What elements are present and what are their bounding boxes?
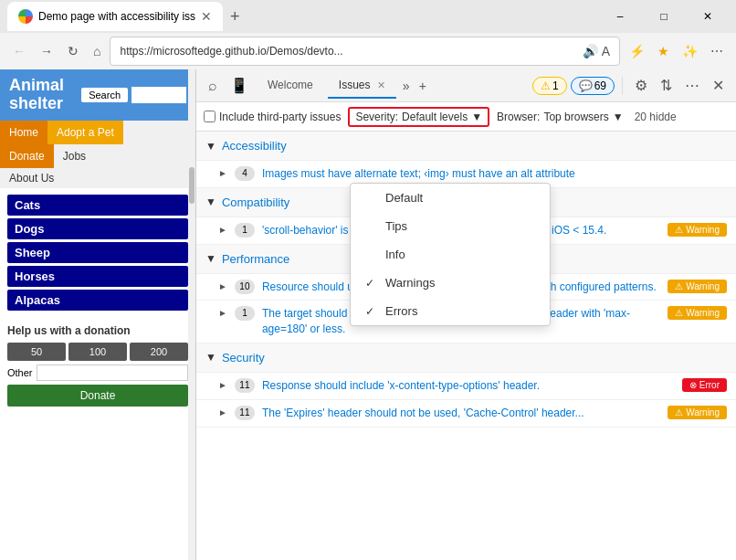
addr-icons: 🔊 A [583, 44, 610, 58]
section-title-security: Security [222, 351, 265, 365]
devtools-right-toolbar: ⚠ 1 💬 69 ⚙ ⇅ ⋯ ✕ [532, 74, 729, 97]
section-security: ▼ Security [196, 343, 736, 373]
section-title-accessibility: Accessibility [222, 139, 287, 153]
issue-text[interactable]: Images must have alternate text; ‹img› m… [262, 166, 727, 182]
error-badge-icon: ⊗ [689, 380, 697, 390]
issue-toggle-icon[interactable]: ► [218, 281, 227, 291]
url-bar[interactable]: https://microsoftedge.github.io/Demos/de… [110, 37, 620, 66]
issue-row: ► 11 The 'Expires' header should not be … [196, 400, 736, 428]
message-count-badge[interactable]: 💬 69 [571, 77, 615, 95]
tab-title: Demo page with accessibility iss [38, 10, 195, 23]
category-dogs[interactable]: Dogs [7, 218, 188, 239]
scrollbar-track[interactable] [188, 69, 195, 560]
section-toggle-compatibility[interactable]: ▼ [205, 195, 216, 208]
sync-icon[interactable]: ⇅ [656, 74, 677, 97]
site-categories: Cats Dogs Sheep Horses Alpacas [0, 188, 195, 317]
nav-donate[interactable]: Donate [0, 144, 54, 168]
issue-text[interactable]: Response should include 'x-content-type-… [262, 378, 675, 394]
warning-count-badge[interactable]: ⚠ 1 [532, 77, 567, 95]
inspect-icon[interactable]: ⌕ [204, 75, 222, 97]
third-party-filter[interactable]: Include third-party issues [204, 111, 341, 123]
nav-jobs[interactable]: Jobs [54, 144, 95, 168]
check-icon [365, 220, 378, 233]
more-tabs-button[interactable]: » [400, 76, 413, 96]
nav-adopt[interactable]: Adopt a Pet [47, 121, 123, 144]
category-cats[interactable]: Cats [7, 195, 188, 216]
donate-50[interactable]: 50 [7, 343, 66, 361]
other-input[interactable] [37, 365, 188, 381]
dropdown-item-errors[interactable]: ✓ Errors [351, 297, 550, 325]
settings-icon[interactable]: ⚙ [630, 74, 652, 97]
severity-dropdown[interactable]: Severity: Default levels ▼ [348, 107, 489, 127]
warning-badge-icon: ⚠ [675, 308, 683, 318]
donate-submit[interactable]: Donate [7, 385, 188, 407]
dropdown-item-warnings[interactable]: ✓ Warnings [351, 269, 550, 297]
nav-home[interactable]: Home [0, 121, 47, 144]
devtools-close-button[interactable]: ✕ [708, 74, 729, 97]
dropdown-item-info[interactable]: Info [351, 240, 550, 269]
devtools-panel: ⌕ 📱 Welcome Issues ✕ » + ⚠ 1 💬 [196, 69, 736, 560]
add-tab-button[interactable]: + [416, 76, 429, 96]
dropdown-item-tips[interactable]: Tips [351, 212, 550, 240]
favorites-icon[interactable]: ★ [652, 40, 675, 62]
warning-badge: ⚠ Warning [668, 223, 727, 237]
read-aloud-icon[interactable]: 🔊 [583, 44, 598, 58]
section-toggle-performance[interactable]: ▼ [205, 252, 216, 265]
search-input[interactable] [131, 87, 186, 103]
magic-icon[interactable]: ✨ [677, 40, 703, 62]
more-button[interactable]: ⋯ [705, 40, 729, 62]
site-nav: Home Adopt a Pet Donate Jobs About Us [0, 121, 195, 188]
browser-tab[interactable]: Demo page with accessibility iss ✕ [7, 2, 223, 31]
section-title-compatibility: Compatibility [222, 195, 289, 209]
site-header: Animal shelter Search [0, 69, 195, 121]
tab-issues-close[interactable]: ✕ [377, 79, 385, 90]
maximize-button[interactable]: □ [643, 2, 685, 31]
alert-icon[interactable]: ⚡ [624, 40, 650, 62]
site-donation: Help us with a donation 50 100 200 Other… [0, 317, 195, 414]
device-icon[interactable]: 📱 [226, 74, 253, 97]
issue-toggle-icon[interactable]: ► [218, 168, 227, 178]
warning-badge: ⚠ Warning [668, 406, 727, 419]
section-toggle-security[interactable]: ▼ [205, 351, 216, 364]
new-tab-button[interactable]: + [226, 4, 244, 30]
donate-200[interactable]: 200 [130, 343, 188, 361]
severity-dropdown-menu[interactable]: Default Tips Info ✓ Warnings ✓ Errors [350, 183, 551, 326]
donate-100[interactable]: 100 [68, 343, 127, 361]
home-button[interactable]: ⌂ [88, 40, 106, 62]
devtools-toolbar: ⌕ 📱 Welcome Issues ✕ » + ⚠ 1 💬 [196, 69, 736, 102]
issue-count: 10 [235, 280, 255, 294]
category-horses[interactable]: Horses [7, 266, 188, 287]
minimize-button[interactable]: – [599, 2, 641, 31]
scrollbar-thumb[interactable] [189, 167, 195, 204]
forward-button[interactable]: → [35, 40, 58, 62]
tab-welcome[interactable]: Welcome [257, 73, 324, 99]
issue-toggle-icon[interactable]: ► [218, 225, 227, 235]
window-controls: – □ ✕ [599, 2, 729, 31]
issue-toggle-icon[interactable]: ► [218, 380, 227, 390]
section-toggle-accessibility[interactable]: ▼ [205, 140, 216, 153]
refresh-button[interactable]: ↻ [62, 40, 84, 62]
tab-issues[interactable]: Issues ✕ [328, 73, 396, 99]
warning-badge: ⚠ Warning [668, 280, 727, 293]
message-icon: 💬 [579, 79, 593, 92]
back-button[interactable]: ← [7, 40, 31, 62]
browser-filter[interactable]: Browser: Top browsers ▼ [497, 111, 624, 123]
dropdown-item-default[interactable]: Default [351, 184, 550, 212]
issue-text[interactable]: The 'Expires' header should not be used,… [262, 406, 660, 421]
category-sheep[interactable]: Sheep [7, 242, 188, 263]
nav-row-2: Donate Jobs [0, 144, 195, 168]
more-options-button[interactable]: ⋯ [680, 74, 704, 97]
nav-row-1: Home Adopt a Pet [0, 121, 195, 144]
nav-about[interactable]: About Us [0, 168, 195, 188]
category-alpacas[interactable]: Alpacas [7, 290, 188, 311]
translate-icon[interactable]: A [602, 44, 610, 58]
tab-close-icon[interactable]: ✕ [201, 9, 212, 24]
third-party-checkbox[interactable] [204, 111, 216, 122]
issues-alert: ⚠ 1 💬 69 [532, 77, 615, 95]
issue-toggle-icon[interactable]: ► [218, 308, 227, 318]
search-button[interactable]: Search [81, 88, 128, 102]
site-logo: Animal shelter [9, 77, 64, 113]
close-button[interactable]: ✕ [687, 2, 729, 31]
issue-toggle-icon[interactable]: ► [218, 407, 227, 417]
warning-badge-icon: ⚠ [675, 281, 683, 291]
